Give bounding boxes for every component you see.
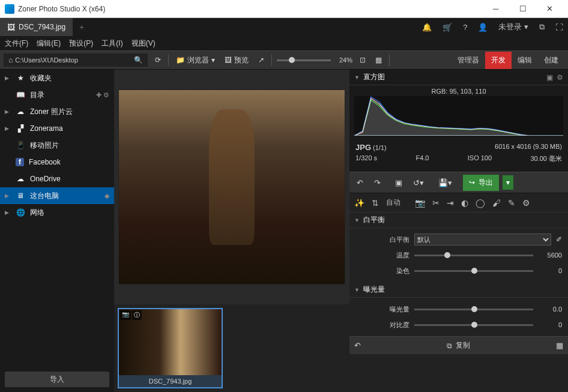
path-input[interactable] (15, 56, 131, 64)
preview-mode[interactable]: 🖼 预览 (222, 55, 251, 65)
actual-size-icon[interactable]: ▦ (373, 56, 384, 64)
image-preview[interactable] (114, 70, 349, 304)
window-titlebar: Zoner Photo Studio X (x64) ─ ☐ ✕ (0, 0, 568, 18)
external-icon[interactable]: ↗ (256, 56, 267, 64)
tint-slider[interactable] (414, 270, 533, 272)
back-icon[interactable]: ↶ (354, 341, 361, 350)
nav-mobile[interactable]: 📱移动照片 (0, 137, 114, 154)
nav-zoner-cloud[interactable]: ▶☁Zoner 照片云 (0, 103, 114, 120)
facebook-icon: f (16, 158, 24, 166)
user-icon: 👤 (478, 23, 488, 32)
maximize-button[interactable]: ☐ (509, 0, 536, 18)
mobile-icon: 📱 (16, 141, 25, 149)
menu-preset[interactable]: 预设(P) (69, 38, 93, 49)
add-tab-button[interactable]: ＋ (73, 18, 91, 36)
save-icon[interactable]: 💾▾ (435, 176, 456, 190)
menu-file[interactable]: 文件(F) (5, 38, 28, 49)
zoom-slider[interactable] (277, 59, 331, 61)
browser-mode[interactable]: 📁 浏览器 ▾ (174, 55, 217, 65)
separator (168, 54, 169, 66)
fit-icon[interactable]: ⊡ (357, 56, 368, 64)
copy-button[interactable]: ⧉ 复制 (367, 338, 550, 353)
exposure-header[interactable]: ▼曝光量 (349, 282, 568, 298)
exposure-slider[interactable] (414, 309, 533, 310)
compare-icon[interactable]: ▣ (391, 176, 406, 190)
cart-icon[interactable]: 🛒 (443, 23, 452, 32)
book-icon: 📖 (16, 91, 25, 99)
grad-icon[interactable]: ◐ (461, 198, 468, 208)
camera-icon[interactable]: ▣ (546, 73, 553, 82)
fullscreen-icon[interactable]: ⛶ (555, 23, 563, 32)
wb-select[interactable]: 默认 (414, 234, 551, 246)
export-button[interactable]: ↪ 导出 (463, 175, 499, 191)
star-icon: ★ (16, 74, 25, 82)
heal-icon[interactable]: ✎ (508, 198, 515, 208)
exposure-value: 0.0 (538, 306, 562, 313)
contrast-slider[interactable] (414, 324, 533, 326)
filmstrip: 📷ⓘ DSC_7943.jpg (114, 304, 349, 392)
camera-tool-icon[interactable]: 📷 (415, 198, 425, 208)
nav-network[interactable]: ▶🌐网络 (0, 204, 114, 221)
separator (389, 54, 390, 66)
home-icon[interactable]: ⌂ (6, 56, 15, 64)
nav-onedrive[interactable]: ☁OneDrive (0, 170, 114, 187)
minimize-button[interactable]: ─ (482, 0, 509, 18)
thumbnail[interactable]: 📷ⓘ DSC_7943.jpg (118, 308, 223, 388)
menu-edit[interactable]: 编辑(E) (37, 38, 61, 49)
help-icon[interactable]: ? (463, 23, 467, 32)
document-tab[interactable]: 🖼 DSC_7943.jpg (0, 18, 73, 36)
menu-tools[interactable]: 工具(I) (101, 38, 122, 49)
menu-view[interactable]: 视图(V) (131, 38, 156, 49)
info-icon: ⓘ (132, 310, 142, 320)
center-panel: 📷ⓘ DSC_7943.jpg (114, 70, 349, 392)
histogram-header[interactable]: ▼直方图 ▣ ⚙ (349, 70, 568, 85)
nav-favorites[interactable]: ▶★收藏夹 (0, 70, 114, 86)
thumbnail-name: DSC_7943.jpg (147, 375, 195, 387)
nav-zonerama[interactable]: ▶▞Zonerama (0, 120, 114, 137)
login-status[interactable]: 未登录 ▾ (498, 22, 528, 32)
wand-icon[interactable]: ✨ (354, 198, 364, 208)
tool-icons-bar: ✨ ⇅ 自动 📷 ✂ ⇥ ◐ ◯ 🖌 ✎ ⚙ (349, 193, 568, 213)
nav-facebook[interactable]: fFacebook (0, 154, 114, 170)
levels-icon[interactable]: ⇅ (372, 198, 379, 208)
redo-icon[interactable]: ↷ (370, 176, 384, 190)
meta-iso: ISO 100 (468, 154, 492, 163)
mode-editor[interactable]: 编辑 (512, 52, 538, 69)
eyedropper-icon[interactable]: ✐ (556, 235, 562, 244)
brush-icon[interactable]: 🖌 (492, 198, 501, 208)
nav-list: ▶★收藏夹 📖目录✚ ⚙ ▶☁Zoner 照片云 ▶▞Zonerama 📱移动照… (0, 70, 114, 367)
radial-icon[interactable]: ◯ (476, 198, 485, 208)
search-icon[interactable]: 🔍 (131, 56, 145, 64)
refresh-icon[interactable]: ⟳ (153, 56, 163, 64)
meta-focal: 30.00 毫米 (530, 154, 562, 163)
mode-create[interactable]: 创建 (538, 52, 564, 69)
meta-format: JPG (355, 143, 371, 152)
screen-icon[interactable]: ⧉ (539, 22, 545, 32)
bell-icon[interactable]: 🔔 (422, 23, 432, 32)
close-button[interactable]: ✕ (536, 0, 563, 18)
temp-slider[interactable] (414, 255, 533, 256)
histogram-chart (354, 96, 563, 136)
paste-icon[interactable]: ▦ (556, 341, 563, 350)
import-button[interactable]: 导入 (5, 372, 109, 387)
export-dropdown[interactable]: ▾ (503, 175, 513, 190)
nav-this-pc[interactable]: ▶🖥这台电脑◆ (0, 187, 114, 204)
mode-manager[interactable]: 管理器 (452, 52, 485, 69)
gear-icon[interactable]: ⚙ (557, 73, 563, 82)
zonerama-icon: ▞ (16, 124, 25, 133)
auto-button[interactable]: 自动 (386, 198, 400, 208)
bottom-bar: ↶ ⧉ 复制 ▦ (349, 336, 568, 354)
thumbnail-image: 📷ⓘ (119, 309, 222, 375)
mode-develop[interactable]: 开发 (485, 52, 512, 69)
collapse-icon[interactable]: ⇥ (447, 198, 454, 208)
crop-icon[interactable]: ✂ (432, 198, 440, 208)
undo-icon[interactable]: ↶ (353, 176, 367, 190)
temp-value: 5600 (538, 252, 562, 259)
nav-catalog[interactable]: 📖目录✚ ⚙ (0, 86, 114, 103)
meta-index: (1/1) (373, 144, 387, 151)
reset-icon[interactable]: ↺▾ (409, 176, 428, 190)
wb-header[interactable]: ▼白平衡 (349, 213, 568, 228)
path-input-box: ⌂ 🔍 (4, 53, 148, 67)
settings-icon[interactable]: ⚙ (522, 198, 530, 208)
mode-switcher: 管理器 开发 编辑 创建 (452, 52, 564, 69)
